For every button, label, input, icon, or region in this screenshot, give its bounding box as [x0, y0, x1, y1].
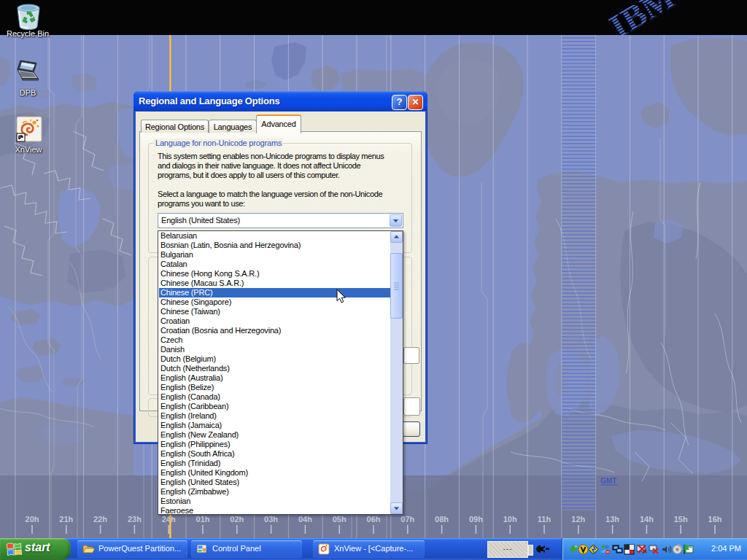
svg-text:03h: 03h — [264, 515, 278, 524]
svg-text:09h: 09h — [469, 515, 483, 524]
svg-text:07h: 07h — [400, 515, 414, 524]
svg-text:10h: 10h — [503, 515, 517, 524]
svg-text:23h: 23h — [128, 515, 142, 524]
svg-text:11h: 11h — [538, 515, 551, 524]
svg-text:14h: 14h — [640, 515, 654, 524]
svg-text:12h: 12h — [571, 515, 585, 524]
svg-text:06h: 06h — [367, 515, 381, 524]
svg-text:24h: 24h — [162, 515, 176, 524]
svg-text:16h: 16h — [708, 515, 722, 524]
svg-text:04h: 04h — [298, 515, 312, 524]
svg-text:21h: 21h — [59, 515, 73, 524]
svg-text:13h: 13h — [605, 515, 619, 524]
svg-text:05h: 05h — [333, 515, 347, 524]
svg-text:02h: 02h — [230, 515, 244, 524]
svg-text:08h: 08h — [435, 515, 449, 524]
svg-text:01h: 01h — [196, 515, 210, 524]
svg-text:22h: 22h — [93, 515, 107, 524]
svg-text:15h: 15h — [674, 515, 688, 524]
svg-text:20h: 20h — [26, 515, 39, 524]
svg-text:GMT: GMT — [600, 477, 616, 485]
